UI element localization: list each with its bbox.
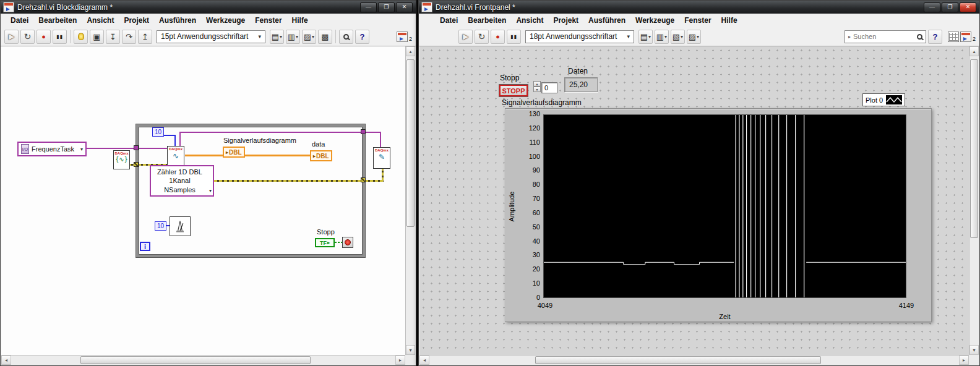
scrollbar-track[interactable] — [429, 355, 959, 365]
loop-condition-terminal[interactable] — [342, 237, 353, 248]
pause-button[interactable]: ▮▮ — [507, 30, 521, 44]
menu-werkzeuge[interactable]: Werkzeuge — [630, 14, 679, 27]
scrollbar-thumb[interactable] — [406, 59, 415, 227]
search-input[interactable] — [853, 33, 914, 40]
horizontal-scrollbar[interactable]: ◂ ▸ — [1, 355, 405, 365]
scrollbar-track[interactable] — [11, 355, 395, 365]
font-selector[interactable]: 15pt Anwendungsschriftart ▾ — [157, 30, 265, 43]
menu-bearbeiten[interactable]: Bearbeiten — [33, 14, 82, 27]
data-dbl-terminal[interactable]: ▸ DBL — [310, 150, 332, 161]
menu-projekt[interactable]: Projekt — [548, 14, 583, 27]
vertical-scrollbar[interactable]: ▴ ▾ — [969, 46, 979, 355]
scrollbar-track[interactable] — [969, 56, 979, 345]
loop-tunnel-error[interactable] — [361, 177, 366, 182]
maximize-button[interactable]: ❐ — [378, 2, 395, 12]
align-objects-button[interactable]: ▤▾ — [270, 30, 284, 44]
scrollbar-thumb[interactable] — [970, 59, 978, 239]
run-continuous-button[interactable]: ↻ — [20, 30, 35, 44]
plot-area[interactable] — [543, 114, 906, 298]
scrollbar-thumb[interactable] — [80, 356, 311, 364]
scroll-down-icon[interactable]: ▾ — [406, 345, 415, 355]
increment-icon[interactable]: ▲ — [533, 81, 541, 87]
daqmx-clear-task-node[interactable]: DAQmx ✎ — [373, 147, 390, 169]
distribute-objects-button[interactable]: ▥▾ — [286, 30, 300, 44]
error-wire[interactable] — [382, 169, 384, 181]
scroll-up-icon[interactable]: ▴ — [406, 46, 415, 56]
scroll-left-icon[interactable]: ◂ — [1, 355, 11, 365]
scroll-up-icon[interactable]: ▴ — [969, 46, 979, 56]
signal-dbl-terminal[interactable]: ▸ DBL — [223, 147, 245, 158]
reorder-button[interactable]: ▨▾ — [687, 30, 701, 44]
pause-button[interactable]: ▮▮ — [53, 30, 67, 44]
menu-fenster[interactable]: Fenster — [250, 14, 286, 27]
menu-fenster[interactable]: Fenster — [679, 14, 716, 27]
titlebar[interactable]: Drehzahl.vi Frontpanel * — ❐ ✕ — [419, 1, 979, 14]
vertical-scrollbar[interactable]: ▴ ▾ — [405, 46, 415, 355]
distribute-objects-button[interactable]: ▥▾ — [655, 30, 669, 44]
error-wire[interactable] — [365, 180, 384, 182]
menu-datei[interactable]: Datei — [6, 14, 33, 27]
menu-hilfe[interactable]: Hilfe — [716, 14, 742, 27]
search-button[interactable] — [339, 30, 353, 44]
numeric-constant-samples[interactable]: 10 — [152, 127, 164, 137]
execution-target-indicator[interactable]: 2 — [397, 32, 412, 42]
resize-objects-button[interactable]: ▧▾ — [671, 30, 685, 44]
loop-tunnel-task[interactable] — [361, 129, 366, 134]
menu-ausfuehren[interactable]: Ausführen — [154, 14, 201, 27]
search-box[interactable]: ▸ — [845, 30, 926, 43]
close-button[interactable]: ✕ — [396, 2, 413, 12]
wait-ms-node[interactable] — [170, 216, 191, 236]
close-button[interactable]: ✕ — [960, 2, 976, 12]
numeric-constant-wait[interactable]: 10 — [155, 221, 166, 231]
retain-wire-values-button[interactable]: ▣ — [90, 30, 104, 44]
abort-button[interactable]: ● — [37, 30, 51, 44]
numeric-spinner[interactable]: ▲ ▼ — [533, 81, 541, 92]
numeric-control[interactable]: 0 — [541, 82, 557, 93]
decrement-icon[interactable]: ▼ — [533, 87, 541, 92]
run-continuous-button[interactable]: ↻ — [475, 30, 489, 44]
menu-bearbeiten[interactable]: Bearbeiten — [463, 14, 511, 27]
scroll-down-icon[interactable]: ▾ — [969, 345, 979, 355]
menu-hilfe[interactable]: Hilfe — [287, 14, 313, 27]
maximize-button[interactable]: ❐ — [942, 2, 958, 12]
titlebar[interactable]: Drehzahl.vi Blockdiagramm * — ❐ ✕ — [1, 1, 416, 14]
loop-tunnel-error[interactable] — [134, 162, 139, 167]
scrollbar-track[interactable] — [406, 56, 415, 345]
plot-legend[interactable]: Plot 0 — [862, 93, 905, 106]
scroll-right-icon[interactable]: ▸ — [959, 355, 969, 365]
run-button[interactable]: ▶ — [4, 30, 19, 44]
daten-indicator[interactable]: 25,20 — [564, 77, 598, 92]
horizontal-scrollbar[interactable]: ◂ ▸ — [419, 355, 969, 365]
minimize-button[interactable]: — — [360, 2, 377, 12]
scrollbar-thumb[interactable] — [535, 356, 821, 364]
daqmx-start-task-node[interactable]: DAQmx {∿} — [113, 150, 130, 169]
run-button[interactable]: ▶ — [458, 30, 473, 44]
step-over-button[interactable]: ↷ — [122, 30, 136, 44]
abort-button[interactable]: ● — [491, 30, 505, 44]
align-objects-button[interactable]: ▤▾ — [638, 30, 653, 44]
step-out-button[interactable]: ↥ — [138, 30, 152, 44]
reorder-button[interactable]: ▨▾ — [302, 30, 316, 44]
menu-ausfuehren[interactable]: Ausführen — [583, 14, 630, 27]
stopp-boolean-terminal[interactable]: TF ▸ — [315, 238, 335, 247]
minimize-button[interactable]: — — [924, 2, 940, 12]
frequenz-task-control[interactable]: I/O FrequenzTask ▾ — [17, 142, 87, 156]
font-selector[interactable]: 18pt Anwendungsschriftart ▾ — [525, 30, 634, 43]
task-wire[interactable] — [380, 132, 381, 148]
loop-tunnel-task[interactable] — [134, 145, 139, 150]
context-help-button[interactable]: ? — [928, 30, 942, 44]
menu-projekt[interactable]: Projekt — [119, 14, 154, 27]
menu-ansicht[interactable]: Ansicht — [82, 14, 119, 27]
context-help-button[interactable]: ? — [355, 30, 369, 44]
highlight-execution-button[interactable] — [74, 30, 88, 44]
step-into-button[interactable]: ↧ — [106, 30, 120, 44]
menu-ansicht[interactable]: Ansicht — [511, 14, 548, 27]
daqmx-instance-selector[interactable]: Zähler 1D DBL 1Kanal NSamples ▾ — [150, 165, 214, 197]
loop-iteration-terminal[interactable]: i — [140, 242, 150, 251]
scroll-left-icon[interactable]: ◂ — [419, 355, 429, 365]
menu-datei[interactable]: Datei — [435, 14, 463, 27]
scroll-right-icon[interactable]: ▸ — [395, 355, 405, 365]
execution-target-indicator[interactable]: 2 — [948, 32, 976, 42]
waveform-chart[interactable]: Amplitude 130 120 110 100 90 80 70 60 50… — [505, 108, 932, 322]
stopp-button[interactable]: STOPP — [499, 84, 528, 97]
